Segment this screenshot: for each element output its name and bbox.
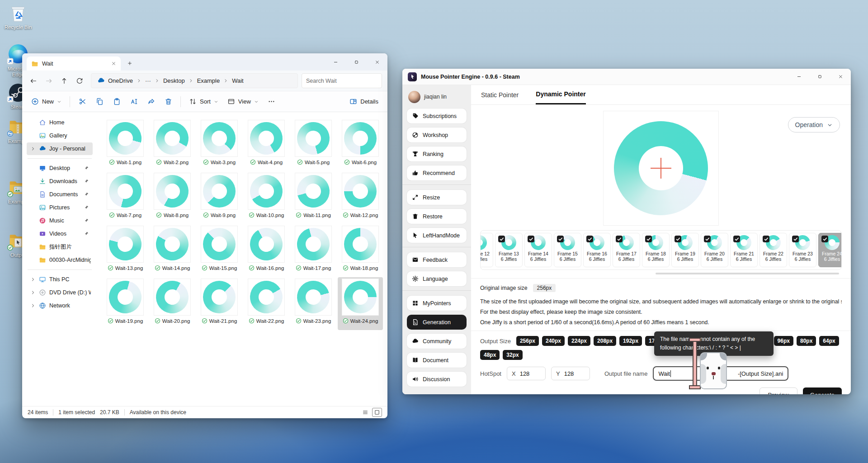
size-option-80px[interactable]: 80px bbox=[797, 336, 816, 346]
sort-button[interactable]: Sort bbox=[184, 94, 223, 109]
sidebar-item-recommend[interactable]: Recommend bbox=[407, 165, 467, 180]
frame-checkbox[interactable] bbox=[675, 236, 681, 242]
sidebar-item-dvd-drive-d-win[interactable]: DVD Drive (D:) Win bbox=[27, 286, 93, 299]
tab-static-pointer[interactable]: Static Pointer bbox=[481, 85, 519, 104]
sidebar-item-resize[interactable]: Resize bbox=[407, 190, 467, 205]
file-tile[interactable]: Wait-8.png bbox=[150, 171, 195, 224]
size-option-64px[interactable]: 64px bbox=[819, 336, 839, 346]
size-option-32px[interactable]: 32px bbox=[503, 350, 522, 360]
close-button[interactable] bbox=[367, 53, 387, 71]
frame-card[interactable]: Frame 216 Jiffies bbox=[730, 233, 758, 267]
tab-close-icon[interactable] bbox=[111, 61, 116, 66]
cut-button[interactable] bbox=[74, 94, 91, 109]
size-option-224px[interactable]: 224px bbox=[568, 336, 590, 346]
frame-checkbox[interactable] bbox=[586, 236, 593, 242]
frames-scrollbar[interactable] bbox=[481, 273, 841, 274]
sidebar-item-desktop[interactable]: Desktop bbox=[27, 162, 93, 175]
file-tile[interactable]: Wait-9.png bbox=[197, 171, 242, 224]
search-input[interactable] bbox=[306, 78, 379, 84]
preview-button[interactable]: Preview bbox=[760, 387, 797, 394]
sidebar-item-music[interactable]: Music bbox=[27, 214, 93, 227]
close-button[interactable] bbox=[830, 69, 851, 85]
size-option-48px[interactable]: 48px bbox=[480, 350, 500, 360]
back-button[interactable] bbox=[26, 74, 41, 88]
delete-button[interactable] bbox=[160, 94, 177, 109]
sidebar-item-network[interactable]: Network bbox=[27, 299, 93, 312]
new-button[interactable]: New bbox=[27, 94, 66, 109]
more-options-button[interactable] bbox=[263, 94, 280, 109]
file-tile[interactable]: Wait-14.png bbox=[150, 224, 195, 277]
file-tile[interactable]: Wait-7.png bbox=[103, 171, 148, 224]
frame-card[interactable]: Frame 146 Jiffies bbox=[524, 233, 552, 267]
sidebar-item-joy-personal[interactable]: Joy - Personal bbox=[27, 142, 93, 155]
file-tile[interactable]: Wait-2.png bbox=[150, 118, 195, 171]
details-button[interactable]: Details bbox=[345, 94, 383, 109]
size-option-240px[interactable]: 240px bbox=[542, 336, 565, 346]
sidebar-item-lefthandmode[interactable]: LeftHandMode bbox=[407, 228, 467, 243]
scrollbar-thumb[interactable] bbox=[656, 273, 839, 274]
file-tile[interactable]: Wait-5.png bbox=[291, 118, 336, 171]
generate-button[interactable]: Generate bbox=[803, 387, 842, 394]
sidebar-item-language[interactable]: Language bbox=[407, 271, 467, 286]
sidebar-item-mypointers[interactable]: MyPointers bbox=[407, 296, 467, 311]
copy-button[interactable] bbox=[91, 94, 108, 109]
tab-dynamic-pointer[interactable]: Dynamic Pointer bbox=[536, 85, 585, 104]
up-button[interactable] bbox=[57, 74, 72, 88]
sidebar-item-generation[interactable]: Generation bbox=[407, 315, 467, 330]
file-tile[interactable]: Wait-20.png bbox=[150, 277, 195, 330]
frame-checkbox[interactable] bbox=[704, 236, 711, 242]
output-file-name-field[interactable]: Wait -[Output Size].ani bbox=[653, 366, 788, 381]
view-button[interactable]: View bbox=[223, 94, 263, 109]
frame-checkbox[interactable] bbox=[616, 236, 623, 242]
breadcrumb-item[interactable]: OneDrive bbox=[94, 76, 136, 86]
sidebar-item-gallery[interactable]: Gallery bbox=[27, 129, 93, 142]
operation-button[interactable]: Operation bbox=[788, 117, 840, 132]
desktop-icon-recycle-bin[interactable]: Recycle Bin bbox=[4, 3, 33, 30]
file-tile[interactable]: Wait-22.png bbox=[244, 277, 289, 330]
frame-checkbox[interactable] bbox=[821, 236, 828, 242]
refresh-button[interactable] bbox=[72, 74, 87, 88]
sidebar-item-community[interactable]: Community bbox=[407, 334, 467, 349]
icons-view-button[interactable] bbox=[372, 408, 382, 417]
size-option-208px[interactable]: 208px bbox=[594, 336, 616, 346]
paste-button[interactable] bbox=[108, 94, 125, 109]
file-tile[interactable]: Wait-17.png bbox=[291, 224, 336, 277]
minimize-button[interactable] bbox=[325, 53, 346, 71]
frame-card[interactable]: Frame 226 Jiffies bbox=[760, 233, 787, 267]
frame-card[interactable]: Frame 186 Jiffies bbox=[642, 233, 670, 267]
frame-card[interactable]: Frame 136 Jiffies bbox=[495, 233, 523, 267]
file-tile[interactable]: Wait-15.png bbox=[197, 224, 242, 277]
file-tile[interactable]: Wait-12.png bbox=[338, 171, 383, 224]
hotspot-x-field[interactable]: X 128 bbox=[507, 367, 546, 380]
file-tile[interactable]: Wait-18.png bbox=[338, 224, 383, 277]
file-tile[interactable]: Wait-19.png bbox=[103, 277, 148, 330]
frame-card[interactable]: Frame 196 Jiffies bbox=[671, 233, 699, 267]
frame-checkbox[interactable] bbox=[557, 236, 564, 242]
breadcrumb-item[interactable]: Desktop bbox=[160, 76, 188, 85]
hotspot-y-field[interactable]: Y 128 bbox=[551, 367, 590, 380]
search-box[interactable] bbox=[302, 73, 382, 88]
sidebar-item-videos[interactable]: Videos bbox=[27, 227, 93, 240]
frame-checkbox[interactable] bbox=[645, 236, 652, 242]
forward-button[interactable] bbox=[41, 74, 57, 88]
file-tile[interactable]: Wait-13.png bbox=[103, 224, 148, 277]
sidebar-item-discussion[interactable]: Discussion bbox=[407, 372, 467, 387]
sidebar-item-pictures[interactable]: Pictures bbox=[27, 201, 93, 214]
file-tile[interactable]: Wait-3.png bbox=[197, 118, 242, 171]
size-option-256px[interactable]: 256px bbox=[516, 336, 539, 346]
sidebar-item-home[interactable]: Home bbox=[27, 116, 93, 129]
sidebar-item-feedback[interactable]: Feedback bbox=[407, 252, 467, 267]
frame-checkbox[interactable] bbox=[528, 236, 534, 242]
file-tile[interactable]: Wait-16.png bbox=[244, 224, 289, 277]
sidebar-item-00030-arcmidnight[interactable]: 00030-ArcMidnight bbox=[27, 254, 93, 266]
breadcrumb-item[interactable]: Example bbox=[194, 76, 223, 85]
frame-card[interactable]: Frame 236 Jiffies bbox=[789, 233, 816, 267]
breadcrumb-item[interactable]: ··· bbox=[142, 76, 154, 85]
maximize-button[interactable] bbox=[809, 69, 830, 85]
frame-card[interactable]: Frame 166 Jiffies bbox=[583, 233, 611, 267]
file-tile[interactable]: Wait-24.png bbox=[338, 277, 383, 330]
minimize-button[interactable] bbox=[788, 69, 809, 85]
frame-card[interactable]: Frame 246 Jiffies bbox=[818, 233, 842, 267]
sidebar-item-restore[interactable]: Restore bbox=[407, 209, 467, 224]
sidebar-item-this-pc[interactable]: This PC bbox=[27, 273, 93, 286]
